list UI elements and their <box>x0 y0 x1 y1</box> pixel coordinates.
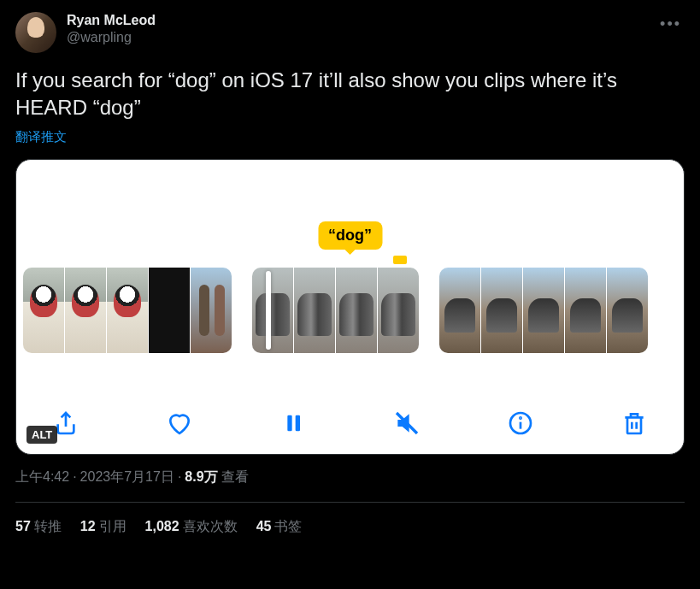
timeline-frame <box>523 268 564 353</box>
media-toolbar <box>16 409 684 437</box>
stat-count: 45 <box>256 519 272 533</box>
timeline-frame <box>565 268 606 353</box>
avatar[interactable] <box>15 12 56 53</box>
views-label: 查看 <box>221 468 249 486</box>
stat-label: 书签 <box>274 519 302 533</box>
heart-icon[interactable] <box>166 409 193 437</box>
handle: @warpling <box>67 29 156 46</box>
timeline-frame <box>294 268 335 353</box>
meta-date[interactable]: 2023年7月17日 <box>80 468 174 486</box>
timeline-frame <box>65 268 106 353</box>
stat-retweets[interactable]: 57转推 <box>15 518 62 536</box>
timeline-frame <box>439 268 480 353</box>
meta-dot: · <box>73 469 76 485</box>
author-names[interactable]: Ryan McLeod @warpling <box>67 12 156 46</box>
svg-rect-0 <box>287 415 291 431</box>
timeline-frame <box>191 268 232 353</box>
display-name: Ryan McLeod <box>67 12 156 29</box>
tweet-text: If you search for “dog” on iOS 17 it’ll … <box>15 67 685 122</box>
timeline-frame <box>23 268 64 353</box>
timeline-frame <box>107 268 148 353</box>
meta-time[interactable]: 上午4:42 <box>15 468 69 486</box>
pause-icon[interactable] <box>279 409 307 437</box>
video-timeline[interactable] <box>16 268 684 353</box>
stat-likes[interactable]: 1,082喜欢次数 <box>145 518 238 536</box>
alt-badge[interactable]: ALT <box>26 426 57 444</box>
tweet-stats: 57转推 12引用 1,082喜欢次数 45书签 <box>15 503 685 536</box>
stat-label: 转推 <box>34 519 62 533</box>
meta-dot: · <box>178 469 181 485</box>
timeline-frame <box>378 268 419 353</box>
svg-point-5 <box>520 417 521 418</box>
timeline-frame <box>252 268 293 353</box>
svg-rect-1 <box>296 415 300 431</box>
search-term-tooltip: “dog” <box>318 221 382 250</box>
timeline-frame <box>336 268 377 353</box>
timeline-frame <box>481 268 522 353</box>
mute-icon[interactable] <box>393 409 421 437</box>
views-count: 8.9万 <box>185 468 217 486</box>
stat-count: 12 <box>80 519 96 533</box>
timeline-frame <box>607 268 648 353</box>
stat-quotes[interactable]: 12引用 <box>80 518 126 536</box>
clip-group[interactable] <box>252 268 419 353</box>
tweet-header: Ryan McLeod @warpling ••• <box>15 12 685 53</box>
media-card[interactable]: “dog” <box>15 159 685 455</box>
info-icon[interactable] <box>507 409 534 437</box>
playhead[interactable] <box>266 271 271 350</box>
trash-icon[interactable] <box>621 409 648 437</box>
tweet-container: Ryan McLeod @warpling ••• If you search … <box>0 0 700 536</box>
timeline-frame <box>149 268 190 353</box>
tooltip-marker <box>393 256 407 264</box>
tweet-meta: 上午4:42 · 2023年7月17日 · 8.9万 查看 <box>15 468 685 486</box>
stat-label: 喜欢次数 <box>183 519 238 533</box>
stat-count: 1,082 <box>145 519 179 533</box>
stat-bookmarks[interactable]: 45书签 <box>256 518 303 536</box>
stat-count: 57 <box>15 519 31 533</box>
clip-group[interactable] <box>439 268 648 353</box>
more-icon[interactable]: ••• <box>656 12 685 37</box>
stat-label: 引用 <box>99 519 126 533</box>
translate-link[interactable]: 翻译推文 <box>15 129 685 145</box>
clip-group[interactable] <box>23 268 232 353</box>
